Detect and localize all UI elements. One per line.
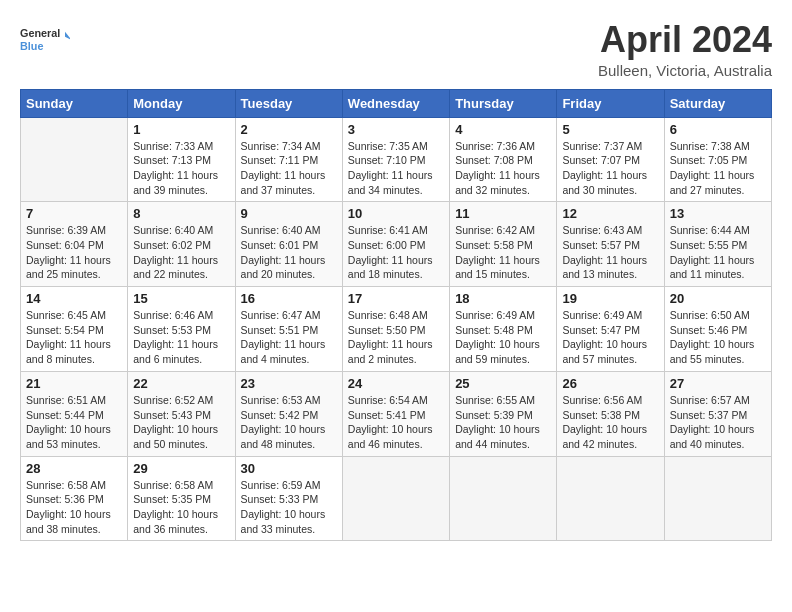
- day-cell-16: 16Sunrise: 6:47 AM Sunset: 5:51 PM Dayli…: [235, 287, 342, 372]
- day-number: 14: [26, 291, 122, 306]
- day-number: 12: [562, 206, 658, 221]
- day-number: 6: [670, 122, 766, 137]
- day-number: 26: [562, 376, 658, 391]
- day-cell-23: 23Sunrise: 6:53 AM Sunset: 5:42 PM Dayli…: [235, 371, 342, 456]
- day-info: Sunrise: 6:56 AM Sunset: 5:38 PM Dayligh…: [562, 393, 658, 452]
- day-info: Sunrise: 6:58 AM Sunset: 5:36 PM Dayligh…: [26, 478, 122, 537]
- day-cell-6: 6Sunrise: 7:38 AM Sunset: 7:05 PM Daylig…: [664, 117, 771, 202]
- day-number: 11: [455, 206, 551, 221]
- day-cell-14: 14Sunrise: 6:45 AM Sunset: 5:54 PM Dayli…: [21, 287, 128, 372]
- day-info: Sunrise: 6:48 AM Sunset: 5:50 PM Dayligh…: [348, 308, 444, 367]
- day-number: 28: [26, 461, 122, 476]
- day-cell-5: 5Sunrise: 7:37 AM Sunset: 7:07 PM Daylig…: [557, 117, 664, 202]
- day-number: 7: [26, 206, 122, 221]
- day-info: Sunrise: 7:34 AM Sunset: 7:11 PM Dayligh…: [241, 139, 337, 198]
- day-number: 8: [133, 206, 229, 221]
- day-info: Sunrise: 6:41 AM Sunset: 6:00 PM Dayligh…: [348, 223, 444, 282]
- day-number: 17: [348, 291, 444, 306]
- day-info: Sunrise: 6:45 AM Sunset: 5:54 PM Dayligh…: [26, 308, 122, 367]
- day-cell-4: 4Sunrise: 7:36 AM Sunset: 7:08 PM Daylig…: [450, 117, 557, 202]
- header-cell-friday: Friday: [557, 89, 664, 117]
- day-number: 23: [241, 376, 337, 391]
- day-cell-29: 29Sunrise: 6:58 AM Sunset: 5:35 PM Dayli…: [128, 456, 235, 541]
- day-info: Sunrise: 6:50 AM Sunset: 5:46 PM Dayligh…: [670, 308, 766, 367]
- day-number: 19: [562, 291, 658, 306]
- day-number: 22: [133, 376, 229, 391]
- header-cell-sunday: Sunday: [21, 89, 128, 117]
- header-cell-monday: Monday: [128, 89, 235, 117]
- day-info: Sunrise: 7:36 AM Sunset: 7:08 PM Dayligh…: [455, 139, 551, 198]
- header-cell-saturday: Saturday: [664, 89, 771, 117]
- logo-svg: General Blue: [20, 20, 70, 60]
- day-cell-1: 1Sunrise: 7:33 AM Sunset: 7:13 PM Daylig…: [128, 117, 235, 202]
- week-row-3: 14Sunrise: 6:45 AM Sunset: 5:54 PM Dayli…: [21, 287, 772, 372]
- day-info: Sunrise: 6:55 AM Sunset: 5:39 PM Dayligh…: [455, 393, 551, 452]
- day-cell-22: 22Sunrise: 6:52 AM Sunset: 5:43 PM Dayli…: [128, 371, 235, 456]
- day-info: Sunrise: 7:33 AM Sunset: 7:13 PM Dayligh…: [133, 139, 229, 198]
- day-info: Sunrise: 6:42 AM Sunset: 5:58 PM Dayligh…: [455, 223, 551, 282]
- day-info: Sunrise: 6:53 AM Sunset: 5:42 PM Dayligh…: [241, 393, 337, 452]
- day-number: 27: [670, 376, 766, 391]
- calendar-table: SundayMondayTuesdayWednesdayThursdayFrid…: [20, 89, 772, 542]
- day-cell-10: 10Sunrise: 6:41 AM Sunset: 6:00 PM Dayli…: [342, 202, 449, 287]
- week-row-1: 1Sunrise: 7:33 AM Sunset: 7:13 PM Daylig…: [21, 117, 772, 202]
- empty-cell: [342, 456, 449, 541]
- day-number: 30: [241, 461, 337, 476]
- day-cell-25: 25Sunrise: 6:55 AM Sunset: 5:39 PM Dayli…: [450, 371, 557, 456]
- day-info: Sunrise: 6:51 AM Sunset: 5:44 PM Dayligh…: [26, 393, 122, 452]
- day-cell-19: 19Sunrise: 6:49 AM Sunset: 5:47 PM Dayli…: [557, 287, 664, 372]
- svg-marker-2: [65, 32, 70, 40]
- day-cell-2: 2Sunrise: 7:34 AM Sunset: 7:11 PM Daylig…: [235, 117, 342, 202]
- header-cell-wednesday: Wednesday: [342, 89, 449, 117]
- svg-text:General: General: [20, 27, 60, 39]
- day-info: Sunrise: 6:44 AM Sunset: 5:55 PM Dayligh…: [670, 223, 766, 282]
- day-number: 15: [133, 291, 229, 306]
- day-info: Sunrise: 7:38 AM Sunset: 7:05 PM Dayligh…: [670, 139, 766, 198]
- day-info: Sunrise: 6:52 AM Sunset: 5:43 PM Dayligh…: [133, 393, 229, 452]
- day-number: 2: [241, 122, 337, 137]
- day-number: 29: [133, 461, 229, 476]
- day-cell-30: 30Sunrise: 6:59 AM Sunset: 5:33 PM Dayli…: [235, 456, 342, 541]
- day-cell-8: 8Sunrise: 6:40 AM Sunset: 6:02 PM Daylig…: [128, 202, 235, 287]
- day-info: Sunrise: 6:59 AM Sunset: 5:33 PM Dayligh…: [241, 478, 337, 537]
- day-cell-12: 12Sunrise: 6:43 AM Sunset: 5:57 PM Dayli…: [557, 202, 664, 287]
- day-number: 13: [670, 206, 766, 221]
- day-info: Sunrise: 6:58 AM Sunset: 5:35 PM Dayligh…: [133, 478, 229, 537]
- day-info: Sunrise: 6:54 AM Sunset: 5:41 PM Dayligh…: [348, 393, 444, 452]
- week-row-4: 21Sunrise: 6:51 AM Sunset: 5:44 PM Dayli…: [21, 371, 772, 456]
- day-number: 10: [348, 206, 444, 221]
- day-cell-21: 21Sunrise: 6:51 AM Sunset: 5:44 PM Dayli…: [21, 371, 128, 456]
- empty-cell: [21, 117, 128, 202]
- day-info: Sunrise: 7:35 AM Sunset: 7:10 PM Dayligh…: [348, 139, 444, 198]
- day-number: 25: [455, 376, 551, 391]
- day-number: 5: [562, 122, 658, 137]
- svg-text:Blue: Blue: [20, 40, 43, 52]
- empty-cell: [557, 456, 664, 541]
- day-info: Sunrise: 6:49 AM Sunset: 5:47 PM Dayligh…: [562, 308, 658, 367]
- day-info: Sunrise: 6:47 AM Sunset: 5:51 PM Dayligh…: [241, 308, 337, 367]
- day-info: Sunrise: 6:57 AM Sunset: 5:37 PM Dayligh…: [670, 393, 766, 452]
- day-info: Sunrise: 6:40 AM Sunset: 6:02 PM Dayligh…: [133, 223, 229, 282]
- day-info: Sunrise: 6:49 AM Sunset: 5:48 PM Dayligh…: [455, 308, 551, 367]
- day-cell-9: 9Sunrise: 6:40 AM Sunset: 6:01 PM Daylig…: [235, 202, 342, 287]
- header-row: SundayMondayTuesdayWednesdayThursdayFrid…: [21, 89, 772, 117]
- day-info: Sunrise: 7:37 AM Sunset: 7:07 PM Dayligh…: [562, 139, 658, 198]
- day-cell-7: 7Sunrise: 6:39 AM Sunset: 6:04 PM Daylig…: [21, 202, 128, 287]
- day-number: 3: [348, 122, 444, 137]
- day-number: 16: [241, 291, 337, 306]
- logo: General Blue: [20, 20, 70, 60]
- day-number: 20: [670, 291, 766, 306]
- day-info: Sunrise: 6:39 AM Sunset: 6:04 PM Dayligh…: [26, 223, 122, 282]
- day-cell-18: 18Sunrise: 6:49 AM Sunset: 5:48 PM Dayli…: [450, 287, 557, 372]
- week-row-5: 28Sunrise: 6:58 AM Sunset: 5:36 PM Dayli…: [21, 456, 772, 541]
- day-cell-13: 13Sunrise: 6:44 AM Sunset: 5:55 PM Dayli…: [664, 202, 771, 287]
- day-cell-28: 28Sunrise: 6:58 AM Sunset: 5:36 PM Dayli…: [21, 456, 128, 541]
- day-cell-11: 11Sunrise: 6:42 AM Sunset: 5:58 PM Dayli…: [450, 202, 557, 287]
- week-row-2: 7Sunrise: 6:39 AM Sunset: 6:04 PM Daylig…: [21, 202, 772, 287]
- day-number: 21: [26, 376, 122, 391]
- day-number: 24: [348, 376, 444, 391]
- day-number: 4: [455, 122, 551, 137]
- day-cell-3: 3Sunrise: 7:35 AM Sunset: 7:10 PM Daylig…: [342, 117, 449, 202]
- day-info: Sunrise: 6:46 AM Sunset: 5:53 PM Dayligh…: [133, 308, 229, 367]
- page-header: General Blue April 2024 Bulleen, Victori…: [20, 20, 772, 79]
